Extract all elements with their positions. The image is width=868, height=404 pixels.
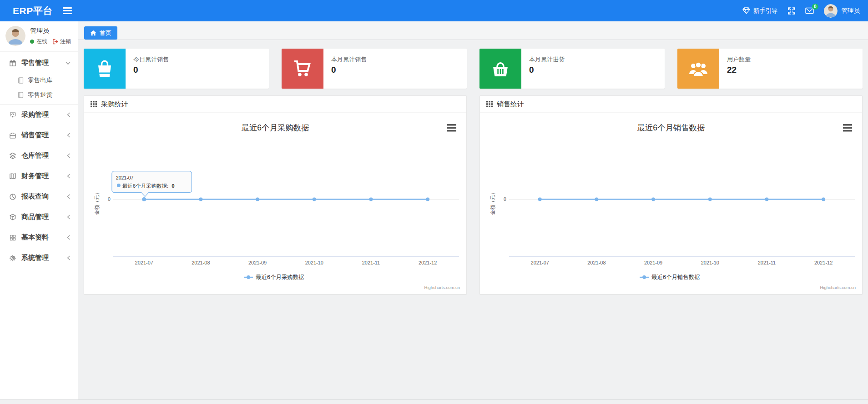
- sidebar-item-retail[interactable]: 零售管理: [0, 53, 78, 73]
- sidebar-item-label: 系统管理: [21, 254, 49, 262]
- sidebar-item-system[interactable]: 系统管理: [0, 248, 78, 268]
- sidebar-item-label: 采购管理: [21, 110, 49, 119]
- sidebar: 管理员 在线 注销 零售管理: [0, 21, 78, 399]
- gem-icon: [742, 7, 750, 14]
- grid-icon: [9, 234, 16, 241]
- card-body: 用户数量 22: [719, 49, 751, 89]
- card-month-purchases: 本月累计进货 0: [479, 49, 665, 89]
- hamburger-icon: [63, 7, 72, 14]
- briefcase-icon: [9, 132, 16, 139]
- message-count-badge: 0: [812, 4, 818, 10]
- loop-box-icon: [9, 111, 16, 119]
- card-value: 22: [727, 65, 751, 75]
- user-menu[interactable]: 管理员: [824, 4, 860, 18]
- legend-item[interactable]: 最近6个月销售数据: [640, 274, 700, 280]
- sidebar-item-products[interactable]: 商品管理: [0, 207, 78, 227]
- online-status-dot: [30, 40, 34, 44]
- sidebar-username: 管理员: [30, 27, 49, 35]
- fullscreen-icon: [788, 7, 795, 15]
- users-icon: [677, 49, 719, 89]
- card-user-count: 用户数量 22: [677, 49, 863, 89]
- y-axis-label: 金额（元）: [490, 190, 495, 215]
- logout-button[interactable]: 注销: [52, 38, 71, 45]
- th-grid-icon: [91, 101, 97, 107]
- chart-credits[interactable]: Highcharts.com.cn: [424, 285, 460, 290]
- sidebar-item-purchase[interactable]: 采购管理: [0, 105, 78, 125]
- chart-context-menu-button[interactable]: [446, 123, 458, 134]
- sidebar-user-block: 管理员 在线 注销: [0, 21, 78, 52]
- svg-text:最近6个月销售数据: 最近6个月销售数据: [651, 274, 700, 280]
- shopping-bag-icon: [84, 49, 126, 89]
- sign-out-icon: [52, 39, 58, 45]
- panel-sales-stats: 销售统计 最近6个月销售数据 金额（元） 0: [479, 95, 863, 294]
- sidebar-item-label: 报表查询: [21, 192, 49, 201]
- legend-item[interactable]: 最近6个月采购数据: [244, 274, 304, 280]
- fullscreen-button[interactable]: [788, 7, 795, 15]
- notebook-icon: [18, 77, 24, 84]
- home-icon: [90, 30, 96, 36]
- chart-credits[interactable]: Highcharts.com.cn: [820, 285, 856, 290]
- navbar-actions: 新手引导 0: [742, 4, 860, 18]
- card-body: 今日累计销售 0: [126, 49, 169, 89]
- panel-header: 销售统计: [480, 96, 862, 113]
- map-book-icon: [9, 173, 16, 180]
- panel-purchase-stats: 采购统计 最近6个月采购数据 金额（元） 0: [84, 95, 467, 294]
- notebook-icon: [18, 92, 24, 98]
- gear-icon: [9, 254, 16, 262]
- stat-cards: 今日累计销售 0 本月累计销售 0: [78, 40, 868, 89]
- shopping-cart-icon: [282, 49, 323, 89]
- app-logo: ERP平台: [13, 5, 53, 17]
- card-today-sales: 今日累计销售 0: [84, 49, 269, 89]
- tab-bar: 首页: [78, 21, 868, 40]
- th-grid-icon: [486, 101, 493, 107]
- sidebar-item-reports[interactable]: 报表查询: [0, 186, 78, 207]
- svg-text:2021-11: 2021-11: [362, 260, 380, 265]
- footer-divider: [0, 399, 868, 404]
- card-value: 0: [529, 65, 565, 75]
- sidebar-item-basic-data[interactable]: 基本资料: [0, 227, 78, 248]
- online-status-label: 在线: [36, 38, 47, 45]
- svg-text:2021-07: 2021-07: [135, 260, 153, 265]
- card-month-sales: 本月累计销售 0: [282, 49, 467, 89]
- basket-icon: [479, 49, 521, 89]
- logout-label: 注销: [60, 38, 71, 45]
- tooltip-header: 2021-07: [116, 175, 134, 180]
- layers-icon: [9, 152, 16, 160]
- gift-icon: [9, 60, 16, 67]
- retail-submenu: 零售出库 零售退货: [0, 73, 78, 105]
- y-tick-label: 0: [108, 197, 111, 202]
- chart-title: 最近6个月采购数据: [241, 123, 309, 132]
- sidebar-item-warehouse[interactable]: 仓库管理: [0, 145, 78, 166]
- sidebar-item-retail-outbound[interactable]: 零售出库: [0, 73, 78, 88]
- svg-text:2021-07: 2021-07: [531, 260, 549, 265]
- guide-label: 新手引导: [753, 7, 778, 15]
- tab-home[interactable]: 首页: [84, 26, 117, 40]
- svg-text:2021-11: 2021-11: [758, 260, 776, 265]
- erp-dashboard: ERP平台 新手引导: [0, 0, 868, 404]
- messages-button[interactable]: 0: [805, 7, 814, 14]
- panel-header: 采购统计: [84, 96, 466, 113]
- svg-text:最近6个月采购数据: 最近6个月采购数据: [256, 274, 304, 280]
- chevron-left-icon: [67, 214, 71, 219]
- y-tick-label: 0: [504, 197, 506, 202]
- chevron-left-icon: [67, 194, 71, 199]
- panel-title: 销售统计: [497, 100, 524, 109]
- svg-text:2021-08: 2021-08: [192, 260, 210, 265]
- svg-text:2021-12: 2021-12: [419, 260, 437, 265]
- top-navbar: ERP平台 新手引导: [0, 0, 868, 21]
- sidebar-item-finance[interactable]: 财务管理: [0, 166, 78, 186]
- avatar: [5, 26, 25, 46]
- guide-button[interactable]: 新手引导: [742, 7, 778, 15]
- tab-home-label: 首页: [100, 29, 111, 37]
- card-value: 0: [331, 65, 367, 75]
- y-axis-label: 金额（元）: [94, 190, 100, 215]
- chevron-left-icon: [67, 255, 71, 260]
- sidebar-toggle-button[interactable]: [63, 7, 72, 14]
- sidebar-item-sales[interactable]: 销售管理: [0, 125, 78, 145]
- pie-chart-icon: [9, 193, 16, 200]
- panel-title: 采购统计: [101, 100, 128, 109]
- chart-context-menu-button[interactable]: [842, 123, 853, 134]
- chevron-left-icon: [67, 112, 71, 117]
- card-body: 本月累计进货 0: [521, 49, 565, 89]
- sidebar-item-retail-return[interactable]: 零售退货: [0, 88, 78, 102]
